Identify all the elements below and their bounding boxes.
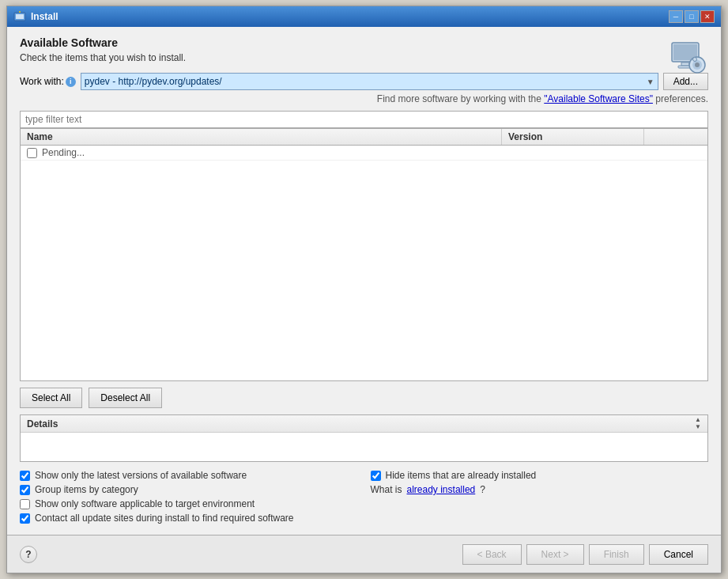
option-row-7: Contact all update sites during install … [20,511,358,525]
software-table: Name Version Pending... [20,128,708,381]
opt5-checkbox[interactable] [20,499,30,509]
col-name: Name [21,129,502,145]
window-icon [13,10,26,23]
footer: ? < Back Next > Finish Cancel [7,535,721,573]
computer-icon [667,36,708,78]
section-subtitle: Check the items that you wish to install… [20,52,708,63]
opt7-label: Contact all update sites during install … [35,513,294,524]
details-scroll-arrows: ▲ ▼ [695,417,701,430]
question-mark: ? [480,484,485,495]
header-icon-area [667,36,708,80]
opt3-label: Group items by category [35,484,138,495]
info-icon[interactable]: i [66,77,76,87]
svg-point-9 [695,62,700,67]
opt2-checkbox[interactable] [371,471,381,481]
close-button[interactable]: ✕ [700,10,715,23]
details-label: Details [27,418,58,430]
svg-point-10 [693,58,697,62]
install-window: Install ─ □ ✕ Available Software Check t… [6,6,722,573]
software-sites-suffix: preferences. [655,93,708,104]
title-bar: Install ─ □ ✕ [7,6,721,27]
options-left: Show only the latest versions of availab… [20,468,358,525]
table-row: Pending... [21,146,707,161]
svg-point-2 [19,11,21,13]
work-with-row: Work with: i pydev - http://pydev.org/up… [20,73,708,90]
details-up-arrow[interactable]: ▲ [695,417,701,423]
minimize-button[interactable]: ─ [669,10,683,23]
row-checkbox[interactable] [27,148,37,158]
window-title: Install [31,11,58,22]
back-button[interactable]: < Back [462,544,522,565]
help-icon[interactable]: ? [20,546,37,563]
footer-buttons: < Back Next > Finish Cancel [462,544,708,565]
work-with-label: Work with: i [20,76,76,87]
opt7-checkbox[interactable] [20,513,30,524]
table-header: Name Version [21,129,707,146]
opt1-checkbox[interactable] [20,471,30,481]
details-body [21,433,707,461]
maximize-button[interactable]: □ [685,10,699,23]
row-name: Pending... [42,147,85,158]
finish-button[interactable]: Finish [589,544,644,565]
available-software-sites-link[interactable]: "Available Software Sites" [544,93,653,104]
work-with-combo[interactable]: pydev - http://pydev.org/updates/ ▼ [81,73,658,90]
col-extra [644,129,707,145]
details-section: Details ▲ ▼ [20,414,708,462]
option-row-5: Show only software applicable to target … [20,497,358,511]
software-sites-text: Find more software by working with the [377,93,541,104]
software-sites-row: Find more software by working with the "… [20,93,708,104]
select-all-button[interactable]: Select All [20,388,82,408]
table-body: Pending... [21,146,707,380]
col-version: Version [502,129,644,145]
opt1-label: Show only the latest versions of availab… [35,470,247,481]
combo-arrow-icon: ▼ [647,78,654,86]
buttons-row: Select All Deselect All [20,381,708,414]
filter-input[interactable] [20,111,708,128]
opt5-label: Show only software applicable to target … [35,498,255,509]
svg-rect-5 [681,62,689,66]
footer-left: ? [20,546,37,563]
page-header: Available Software Check the items that … [20,36,708,73]
deselect-all-button[interactable]: Deselect All [89,388,162,408]
section-title: Available Software [20,36,708,49]
opt2-label: Hide items that are already installed [386,470,537,481]
options-section: Show only the latest versions of availab… [20,468,708,525]
svg-rect-1 [16,14,24,19]
opt3-checkbox[interactable] [20,485,30,495]
option-row-2: Hide items that are already installed [371,468,709,482]
details-header: Details ▲ ▼ [21,415,707,433]
main-content: Available Software Check the items that … [7,27,721,535]
options-right: Hide items that are already installed Wh… [371,468,709,525]
details-down-arrow[interactable]: ▼ [695,424,701,430]
option-row-1: Show only the latest versions of availab… [20,468,358,482]
option-row-3: Group items by category [20,482,358,497]
what-is-text: What is [371,484,402,495]
work-with-text: Work with: [20,76,64,87]
next-button[interactable]: Next > [526,544,584,565]
title-bar-buttons: ─ □ ✕ [669,10,715,23]
already-installed-link[interactable]: already installed [407,484,476,495]
combo-value: pydev - http://pydev.org/updates/ [85,76,222,87]
cancel-button[interactable]: Cancel [649,544,708,565]
option-row-4: What is already installed ? [371,482,709,497]
